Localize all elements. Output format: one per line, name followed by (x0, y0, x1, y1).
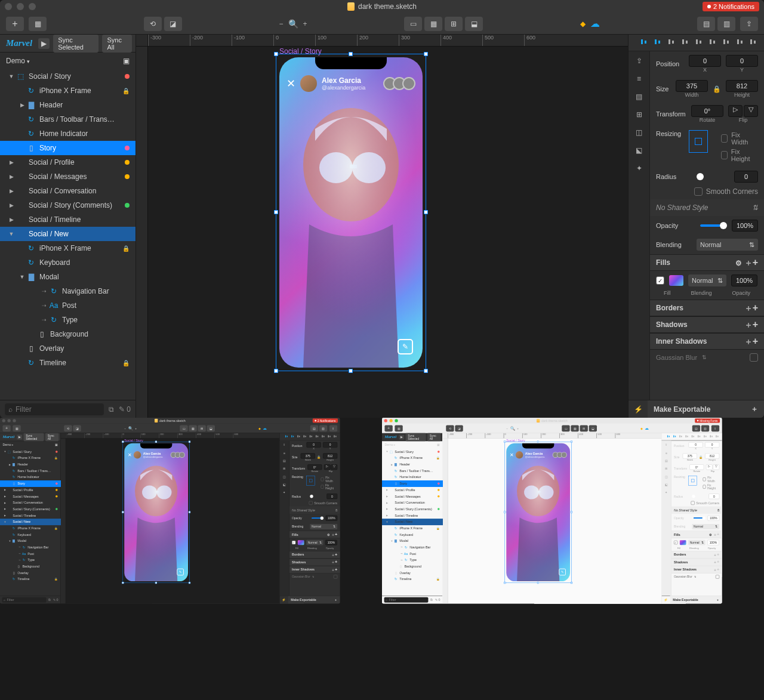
fix-width-checkbox[interactable] (321, 477, 324, 481)
marvel-logo[interactable]: Marvel (2, 434, 16, 439)
color-tag[interactable] (125, 160, 130, 165)
layer-row[interactable]: ▶ ▇ Header (0, 461, 60, 468)
canvas[interactable]: -300-200-1000100200300400500600 Social /… (60, 433, 279, 604)
zoom-out-button[interactable]: − (506, 426, 508, 430)
disclosure-caret[interactable]: ▶ (19, 102, 25, 108)
layer-row[interactable]: ▶ Social / Story (Comments) (0, 198, 135, 212)
traffic-lights[interactable] (384, 419, 398, 422)
gear-icon[interactable]: ⚙ (735, 259, 742, 267)
fill-blend-select[interactable]: Normal⇅ (688, 275, 726, 286)
artboard[interactable]: ✕ Alex Garcia @alexandergarcia ✎ (279, 57, 423, 368)
align-distribute-button[interactable] (667, 434, 670, 439)
fill-thumbnail[interactable] (680, 540, 686, 545)
color-tag[interactable] (438, 483, 440, 485)
edit-icon[interactable]: ✎ (398, 339, 413, 354)
layer-row[interactable]: ▶ Social / Story (Comments) (382, 506, 442, 513)
layer-row[interactable]: ▶ Social / Story (Comments) (0, 506, 60, 513)
zoom-in-button[interactable]: + (135, 426, 137, 430)
fills-header[interactable]: Fills⚙ ＋ (289, 531, 340, 538)
mask-button[interactable]: ◪ (455, 425, 463, 431)
rotate-button[interactable]: ⟲ (446, 425, 454, 431)
notification-badge[interactable]: 2 Notifications (703, 2, 759, 11)
disclosure-caret[interactable]: ▶ (4, 514, 6, 517)
ruler-horizontal[interactable]: -300-200-1000100200300400500600 (66, 433, 279, 439)
blur-checkbox[interactable] (334, 575, 337, 578)
mask-button[interactable]: ◪ (73, 425, 81, 431)
layer-row[interactable]: ▯ Story (382, 480, 442, 487)
layer-row[interactable]: ↻ Home Indicator (382, 474, 442, 480)
layer-row[interactable]: ⇢ ↻ Navigation Bar (382, 544, 442, 551)
shape-button[interactable]: ▦ (29, 17, 47, 31)
lock-icon[interactable]: 🔒 (436, 578, 439, 581)
prototype-icon[interactable]: ⚡ (629, 400, 648, 418)
radius-input[interactable] (708, 494, 719, 499)
view-artboard-button[interactable]: ▭ (180, 425, 187, 431)
style-tab-icon[interactable]: ✦ (633, 162, 645, 174)
zoom-in-button[interactable]: + (517, 426, 519, 430)
disclosure-caret[interactable]: ▼ (19, 274, 25, 280)
fill-enabled-checkbox[interactable]: ✓ (656, 276, 664, 285)
align-left-button[interactable] (654, 38, 662, 48)
flip-v-button[interactable]: ▽ (331, 464, 337, 470)
layer-row[interactable]: ↻ Timeline 🔒 (0, 576, 60, 582)
collapse-icon[interactable]: ▣ (437, 443, 440, 446)
layer-row[interactable]: ▶ Social / Timeline (382, 512, 442, 519)
layer-row[interactable]: ▶ ▇ Header (382, 461, 442, 468)
view-toggle-button[interactable]: ▤ (692, 425, 700, 431)
lock-icon[interactable]: 🔒 (436, 457, 439, 460)
avatar[interactable] (300, 75, 317, 92)
rotate-input[interactable] (691, 105, 723, 117)
disclosure-caret[interactable]: ▶ (4, 489, 6, 491)
layer-row[interactable]: ▶ Social / Timeline (0, 212, 135, 227)
color-tag[interactable] (125, 74, 130, 79)
prototype-icon[interactable]: ⚡ (280, 596, 288, 603)
fill-enabled-checkbox[interactable]: ✓ (292, 541, 295, 544)
borders-header[interactable]: Borders＋ (650, 300, 764, 316)
layer-row[interactable]: ▯ Story (0, 141, 135, 155)
avatar[interactable] (516, 451, 523, 458)
layer-row[interactable]: ⇢ ↻ Type (382, 557, 442, 563)
view-grid-button[interactable]: ▦ (571, 425, 579, 431)
disclosure-caret[interactable]: ▶ (4, 508, 6, 510)
align-distribute-button[interactable] (285, 434, 288, 439)
view-toggle-button[interactable]: ▤ (697, 17, 715, 31)
duplicate-icon[interactable]: ⧉ (109, 405, 114, 414)
collapse-icon[interactable]: ▣ (55, 443, 58, 446)
color-tag[interactable] (438, 489, 440, 491)
insert-button[interactable] (2, 425, 10, 431)
gear-icon[interactable]: ⚙ (709, 533, 712, 536)
filter-input[interactable]: ⌕ Filter (5, 403, 104, 415)
layer-row[interactable]: ▯ Overlay (382, 570, 442, 576)
page-selector[interactable]: Demo ▾ ▣ (382, 441, 442, 448)
layer-row[interactable]: ▶ Social / Conversation (0, 499, 60, 506)
fill-thumbnail[interactable] (298, 540, 304, 545)
inner-shadows-header[interactable]: Inner Shadows＋ (289, 566, 340, 573)
align-tab-icon[interactable]: ≡ (633, 73, 645, 85)
layer-row[interactable]: ↻ iPhone X Frame 🔒 (0, 84, 135, 98)
artboard[interactable]: ✕ Alex Garcia @alexandergarcia ✎ (506, 443, 570, 581)
layer-row[interactable]: ▯ Background (0, 327, 135, 341)
align-left-button[interactable] (291, 434, 294, 439)
layer-row[interactable]: ▼ Social / New (0, 227, 135, 241)
layer-row[interactable]: ↻ Bars / Toolbar / Trans… (0, 112, 135, 127)
layer-row[interactable]: ↻ Timeline 🔒 (0, 356, 135, 370)
position-y-input[interactable] (705, 442, 719, 448)
fill-opacity-input[interactable] (707, 540, 719, 545)
layer-row[interactable]: ⇢ ↻ Type (0, 557, 60, 563)
layer-row[interactable]: ▼ Social / New (382, 519, 442, 525)
play-button[interactable]: ▶ (17, 434, 22, 439)
viewer-avatars[interactable] (554, 452, 566, 458)
layer-row[interactable]: ▼ Social / New (0, 519, 60, 525)
add-fill-button[interactable]: ＋ (744, 258, 758, 267)
close-icon[interactable]: ✕ (286, 77, 295, 90)
disclosure-caret[interactable]: ▶ (8, 159, 14, 165)
disclosure-caret[interactable]: ▶ (8, 174, 14, 180)
layer-row[interactable]: ▶ Social / Profile (382, 487, 442, 494)
height-input[interactable] (705, 454, 719, 459)
shape-button[interactable]: ▦ (13, 425, 20, 431)
layout-tab-icon[interactable]: ▤ (633, 91, 645, 103)
shape-button[interactable]: ▦ (395, 425, 402, 431)
sketch-cloud-icon[interactable]: ◆ (640, 426, 643, 430)
cloud-upload-icon[interactable]: ☁ (645, 425, 649, 430)
layout-tab-icon[interactable]: ▤ (664, 458, 669, 464)
